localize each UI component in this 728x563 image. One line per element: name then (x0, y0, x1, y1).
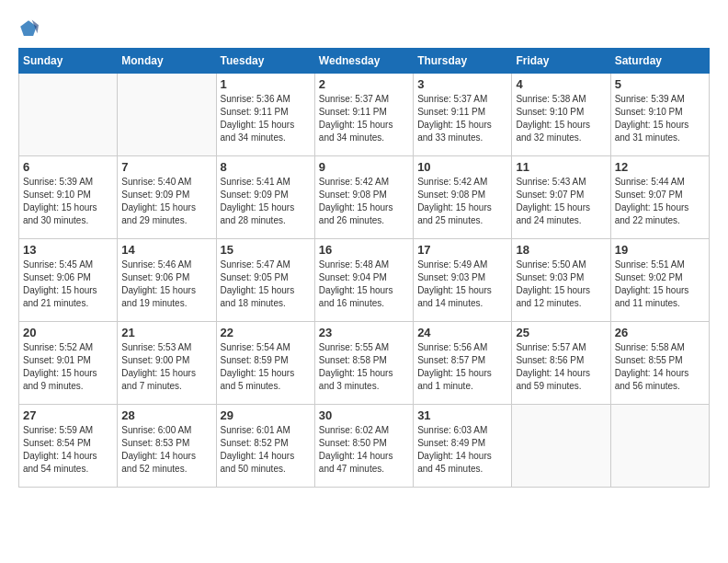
cell-content: Sunrise: 5:48 AM Sunset: 9:04 PM Dayligh… (319, 259, 409, 310)
calendar-cell (610, 405, 709, 488)
calendar-cell: 18Sunrise: 5:50 AM Sunset: 9:03 PM Dayli… (512, 239, 610, 322)
calendar-cell: 15Sunrise: 5:47 AM Sunset: 9:05 PM Dayli… (216, 239, 314, 322)
day-number: 23 (319, 326, 409, 339)
cell-content: Sunrise: 5:40 AM Sunset: 9:09 PM Dayligh… (121, 176, 211, 227)
cell-content: Sunrise: 5:46 AM Sunset: 9:06 PM Dayligh… (121, 259, 211, 310)
cell-content: Sunrise: 5:38 AM Sunset: 9:10 PM Dayligh… (516, 93, 606, 144)
calendar-cell (118, 74, 216, 156)
day-number: 19 (615, 243, 705, 257)
weekday-header-wednesday: Wednesday (314, 49, 413, 74)
day-number: 8 (221, 160, 311, 174)
calendar-cell (19, 74, 118, 156)
day-number: 29 (221, 408, 311, 422)
cell-content: Sunrise: 5:39 AM Sunset: 9:10 PM Dayligh… (23, 176, 113, 227)
calendar-cell: 13Sunrise: 5:45 AM Sunset: 9:06 PM Dayli… (19, 239, 118, 322)
calendar-cell: 16Sunrise: 5:48 AM Sunset: 9:04 PM Dayli… (314, 239, 413, 322)
cell-content: Sunrise: 5:58 AM Sunset: 8:55 PM Dayligh… (615, 341, 705, 393)
cell-content: Sunrise: 5:37 AM Sunset: 9:11 PM Dayligh… (417, 93, 507, 144)
day-number: 26 (615, 326, 705, 339)
calendar-cell: 8Sunrise: 5:41 AM Sunset: 9:09 PM Daylig… (216, 156, 314, 239)
weekday-header-thursday: Thursday (414, 49, 512, 74)
cell-content: Sunrise: 5:56 AM Sunset: 8:57 PM Dayligh… (417, 341, 507, 393)
day-number: 22 (221, 326, 311, 339)
cell-content: Sunrise: 6:03 AM Sunset: 8:49 PM Dayligh… (417, 424, 507, 476)
cell-content: Sunrise: 5:49 AM Sunset: 9:03 PM Dayligh… (417, 259, 507, 310)
day-number: 17 (417, 243, 507, 257)
calendar-cell: 1Sunrise: 5:36 AM Sunset: 9:11 PM Daylig… (216, 74, 314, 156)
cell-content: Sunrise: 5:43 AM Sunset: 9:07 PM Dayligh… (516, 176, 606, 227)
calendar-cell: 24Sunrise: 5:56 AM Sunset: 8:57 PM Dayli… (414, 322, 512, 405)
calendar-cell: 19Sunrise: 5:51 AM Sunset: 9:02 PM Dayli… (610, 239, 709, 322)
cell-content: Sunrise: 5:51 AM Sunset: 9:02 PM Dayligh… (615, 259, 705, 310)
cell-content: Sunrise: 5:45 AM Sunset: 9:06 PM Dayligh… (23, 259, 113, 310)
cell-content: Sunrise: 5:37 AM Sunset: 9:11 PM Dayligh… (319, 93, 409, 144)
cell-content: Sunrise: 5:52 AM Sunset: 9:01 PM Dayligh… (23, 341, 113, 393)
calendar-week-row: 6Sunrise: 5:39 AM Sunset: 9:10 PM Daylig… (19, 156, 710, 239)
day-number: 5 (615, 77, 705, 91)
day-number: 6 (23, 160, 113, 174)
day-number: 3 (417, 77, 507, 91)
day-number: 1 (221, 77, 311, 91)
calendar-week-row: 27Sunrise: 5:59 AM Sunset: 8:54 PM Dayli… (19, 405, 710, 488)
cell-content: Sunrise: 6:01 AM Sunset: 8:52 PM Dayligh… (221, 424, 311, 476)
calendar-cell: 2Sunrise: 5:37 AM Sunset: 9:11 PM Daylig… (314, 74, 413, 156)
calendar-cell: 31Sunrise: 6:03 AM Sunset: 8:49 PM Dayli… (414, 405, 512, 488)
cell-content: Sunrise: 5:42 AM Sunset: 9:08 PM Dayligh… (417, 176, 507, 227)
logo (18, 18, 42, 39)
day-number: 31 (417, 408, 507, 422)
calendar-cell: 10Sunrise: 5:42 AM Sunset: 9:08 PM Dayli… (414, 156, 512, 239)
weekday-header-row: SundayMondayTuesdayWednesdayThursdayFrid… (19, 49, 710, 74)
calendar-week-row: 1Sunrise: 5:36 AM Sunset: 9:11 PM Daylig… (19, 74, 710, 156)
calendar-cell: 12Sunrise: 5:44 AM Sunset: 9:07 PM Dayli… (610, 156, 709, 239)
weekday-header-monday: Monday (118, 49, 216, 74)
calendar-cell: 26Sunrise: 5:58 AM Sunset: 8:55 PM Dayli… (610, 322, 709, 405)
calendar-cell: 4Sunrise: 5:38 AM Sunset: 9:10 PM Daylig… (512, 74, 610, 156)
cell-content: Sunrise: 6:02 AM Sunset: 8:50 PM Dayligh… (319, 424, 409, 476)
day-number: 28 (121, 408, 211, 422)
calendar-cell: 30Sunrise: 6:02 AM Sunset: 8:50 PM Dayli… (314, 405, 413, 488)
day-number: 14 (121, 243, 211, 257)
cell-content: Sunrise: 6:00 AM Sunset: 8:53 PM Dayligh… (121, 424, 211, 476)
calendar-cell: 3Sunrise: 5:37 AM Sunset: 9:11 PM Daylig… (414, 74, 512, 156)
day-number: 15 (221, 243, 311, 257)
day-number: 7 (121, 160, 211, 174)
calendar-cell: 22Sunrise: 5:54 AM Sunset: 8:59 PM Dayli… (216, 322, 314, 405)
weekday-header-saturday: Saturday (610, 49, 709, 74)
day-number: 4 (516, 77, 606, 91)
calendar-cell: 11Sunrise: 5:43 AM Sunset: 9:07 PM Dayli… (512, 156, 610, 239)
day-number: 21 (121, 326, 211, 339)
cell-content: Sunrise: 5:36 AM Sunset: 9:11 PM Dayligh… (221, 93, 311, 144)
calendar-cell: 6Sunrise: 5:39 AM Sunset: 9:10 PM Daylig… (19, 156, 118, 239)
calendar-cell: 7Sunrise: 5:40 AM Sunset: 9:09 PM Daylig… (118, 156, 216, 239)
day-number: 16 (319, 243, 409, 257)
cell-content: Sunrise: 5:41 AM Sunset: 9:09 PM Dayligh… (221, 176, 311, 227)
day-number: 20 (23, 326, 113, 339)
page-header (18, 18, 710, 39)
calendar-cell: 17Sunrise: 5:49 AM Sunset: 9:03 PM Dayli… (414, 239, 512, 322)
cell-content: Sunrise: 5:59 AM Sunset: 8:54 PM Dayligh… (23, 424, 113, 476)
calendar-cell: 5Sunrise: 5:39 AM Sunset: 9:10 PM Daylig… (610, 74, 709, 156)
calendar-cell: 29Sunrise: 6:01 AM Sunset: 8:52 PM Dayli… (216, 405, 314, 488)
cell-content: Sunrise: 5:50 AM Sunset: 9:03 PM Dayligh… (516, 259, 606, 310)
weekday-header-tuesday: Tuesday (216, 49, 314, 74)
calendar-cell: 9Sunrise: 5:42 AM Sunset: 9:08 PM Daylig… (314, 156, 413, 239)
calendar-cell: 25Sunrise: 5:57 AM Sunset: 8:56 PM Dayli… (512, 322, 610, 405)
cell-content: Sunrise: 5:57 AM Sunset: 8:56 PM Dayligh… (516, 341, 606, 393)
cell-content: Sunrise: 5:47 AM Sunset: 9:05 PM Dayligh… (221, 259, 311, 310)
calendar-cell: 14Sunrise: 5:46 AM Sunset: 9:06 PM Dayli… (118, 239, 216, 322)
calendar-cell: 20Sunrise: 5:52 AM Sunset: 9:01 PM Dayli… (19, 322, 118, 405)
calendar-cell (512, 405, 610, 488)
calendar-cell: 28Sunrise: 6:00 AM Sunset: 8:53 PM Dayli… (118, 405, 216, 488)
cell-content: Sunrise: 5:44 AM Sunset: 9:07 PM Dayligh… (615, 176, 705, 227)
day-number: 24 (417, 326, 507, 339)
day-number: 13 (23, 243, 113, 257)
cell-content: Sunrise: 5:55 AM Sunset: 8:58 PM Dayligh… (319, 341, 409, 393)
cell-content: Sunrise: 5:54 AM Sunset: 8:59 PM Dayligh… (221, 341, 311, 393)
cell-content: Sunrise: 5:39 AM Sunset: 9:10 PM Dayligh… (615, 93, 705, 144)
day-number: 12 (615, 160, 705, 174)
weekday-header-sunday: Sunday (19, 49, 118, 74)
calendar-cell: 23Sunrise: 5:55 AM Sunset: 8:58 PM Dayli… (314, 322, 413, 405)
calendar-cell: 27Sunrise: 5:59 AM Sunset: 8:54 PM Dayli… (19, 405, 118, 488)
day-number: 11 (516, 160, 606, 174)
calendar-week-row: 20Sunrise: 5:52 AM Sunset: 9:01 PM Dayli… (19, 322, 710, 405)
